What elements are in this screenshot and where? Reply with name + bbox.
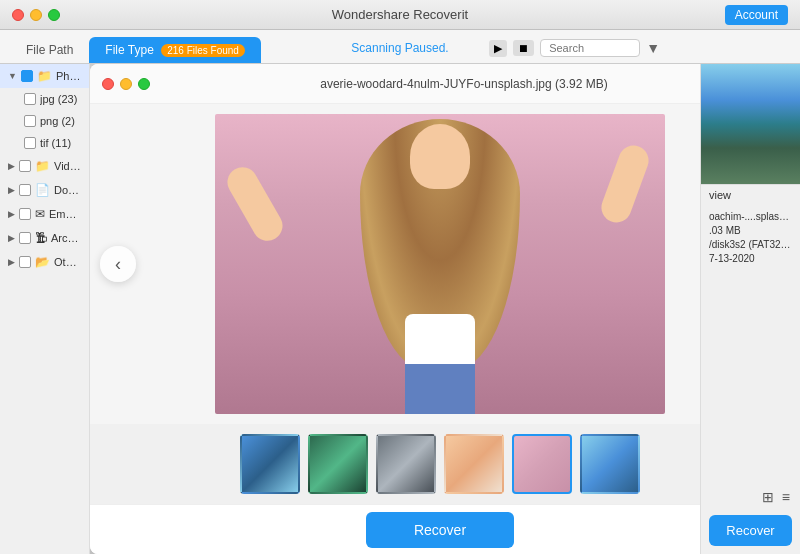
- grid-view-controls: ⊞ ≡: [701, 483, 800, 511]
- sidebar-item-jpg[interactable]: jpg (23): [0, 88, 89, 110]
- sidebar-item-png[interactable]: png (2): [0, 110, 89, 132]
- arrow-icon: ▼: [8, 71, 17, 81]
- account-button[interactable]: Account: [725, 5, 788, 25]
- preview-image-area: ‹ ›: [90, 104, 700, 424]
- tab-file-type[interactable]: File Type 216 Files Found: [89, 37, 261, 63]
- minimize-button[interactable]: [30, 9, 42, 21]
- right-filesize: .03 MB: [709, 225, 792, 236]
- jpg-checkbox[interactable]: [24, 93, 36, 105]
- png-checkbox[interactable]: [24, 115, 36, 127]
- doc-checkbox[interactable]: [19, 184, 31, 196]
- sidebar-item-document[interactable]: ▶ 📄 Docum: [0, 178, 89, 202]
- arrow-icon: ▶: [8, 257, 15, 267]
- thumbnail-1[interactable]: [240, 434, 300, 494]
- tif-checkbox[interactable]: [24, 137, 36, 149]
- tab-right-controls: ▶ ⏹ ▼: [489, 39, 660, 57]
- sidebar-item-label: Archive: [51, 232, 81, 244]
- arm-left-shape: [222, 162, 288, 246]
- photo-checkbox[interactable]: [21, 70, 33, 82]
- others-checkbox[interactable]: [19, 256, 31, 268]
- right-filedate: 7-13-2020: [709, 253, 792, 264]
- sidebar-item-label: Others: [54, 256, 81, 268]
- thumbnail-4[interactable]: [444, 434, 504, 494]
- video-checkbox[interactable]: [19, 160, 31, 172]
- search-input[interactable]: [540, 39, 640, 57]
- preview-footer: Recover: [90, 504, 700, 554]
- sidebar-item-photo[interactable]: ▼ 📁 Photo: [0, 64, 89, 88]
- folder-icon: 📁: [37, 69, 52, 83]
- sidebar-item-label: jpg (23): [40, 93, 77, 105]
- right-info: oachim-....splash.jpg .03 MB /disk3s2 (F…: [701, 205, 800, 273]
- preview-section-label: view: [701, 184, 800, 205]
- tabbar: File Path File Type 216 Files Found Scan…: [0, 30, 800, 64]
- sidebar-item-label: Video (: [54, 160, 81, 172]
- scan-count-badge: 216 Files Found: [161, 44, 245, 57]
- thumbnail-3[interactable]: [376, 434, 436, 494]
- sidebar-item-others[interactable]: ▶ 📂 Others: [0, 250, 89, 274]
- main-content: ▼ 📁 Photo jpg (23) png (2) tif (11) ▶ 📁 …: [0, 64, 800, 554]
- play-button[interactable]: ▶: [489, 40, 507, 57]
- preview-header: averie-woodard-4nulm-JUYFo-unsplash.jpg …: [90, 64, 700, 104]
- prev-image-button[interactable]: ‹: [100, 246, 136, 282]
- thumbnail-6[interactable]: [580, 434, 640, 494]
- arrow-icon: ▶: [8, 209, 15, 219]
- right-recover-button[interactable]: Recover: [709, 515, 792, 546]
- preview-max-button[interactable]: [138, 78, 150, 90]
- list-view-button[interactable]: ≡: [780, 487, 792, 507]
- archive-checkbox[interactable]: [19, 232, 31, 244]
- jeans-shape: [405, 364, 475, 414]
- arrow-icon: ▶: [8, 185, 15, 195]
- arrow-icon: ▶: [8, 233, 15, 243]
- folder-icon: 📁: [35, 159, 50, 173]
- sidebar-item-tif[interactable]: tif (11): [0, 132, 89, 154]
- content-area: averie-woodard-4nulm-JUYFo-unsplash.jpg …: [90, 64, 700, 554]
- sidebar-item-label: png (2): [40, 115, 75, 127]
- preview-modal: averie-woodard-4nulm-JUYFo-unsplash.jpg …: [90, 64, 700, 554]
- right-filepath: /disk3s2 (FAT32)/oachim-pressl-jqe...: [709, 239, 792, 250]
- arm-right-shape: [597, 141, 653, 226]
- sidebar: ▼ 📁 Photo jpg (23) png (2) tif (11) ▶ 📁 …: [0, 64, 90, 554]
- right-thumbnail: [701, 64, 800, 184]
- recover-button[interactable]: Recover: [366, 512, 514, 548]
- grid-view-button[interactable]: ⊞: [760, 487, 776, 507]
- preview-filename: averie-woodard-4nulm-JUYFo-unsplash.jpg …: [150, 77, 700, 91]
- preview-traffic-lights: [102, 78, 150, 90]
- sidebar-item-label: Email (: [49, 208, 81, 220]
- maximize-button[interactable]: [48, 9, 60, 21]
- traffic-lights: [12, 9, 60, 21]
- scan-status: Scanning Paused.: [351, 41, 448, 55]
- folder-icon: 🗜: [35, 231, 47, 245]
- preview-photo: [215, 114, 665, 414]
- folder-icon: 📂: [35, 255, 50, 269]
- thumbnail-strip: [90, 424, 700, 504]
- tab-file-path[interactable]: File Path: [10, 37, 89, 63]
- right-filename: oachim-....splash.jpg: [709, 211, 792, 222]
- stop-button[interactable]: ⏹: [513, 40, 534, 56]
- sidebar-item-email[interactable]: ▶ ✉ Email (: [0, 202, 89, 226]
- filter-icon[interactable]: ▼: [646, 40, 660, 56]
- thumbnail-5[interactable]: [512, 434, 572, 494]
- head-shape: [410, 124, 470, 189]
- email-checkbox[interactable]: [19, 208, 31, 220]
- titlebar: Wondershare Recoverit Account: [0, 0, 800, 30]
- thumbnail-2[interactable]: [308, 434, 368, 494]
- folder-icon: 📄: [35, 183, 50, 197]
- preview-close-button[interactable]: [102, 78, 114, 90]
- right-panel: view oachim-....splash.jpg .03 MB /disk3…: [700, 64, 800, 554]
- sidebar-item-video[interactable]: ▶ 📁 Video (: [0, 154, 89, 178]
- app-title: Wondershare Recoverit: [332, 7, 468, 22]
- folder-icon: ✉: [35, 207, 45, 221]
- sidebar-item-label: tif (11): [40, 137, 71, 149]
- sidebar-item-archive[interactable]: ▶ 🗜 Archive: [0, 226, 89, 250]
- sidebar-item-label: Docum: [54, 184, 81, 196]
- arrow-icon: ▶: [8, 161, 15, 171]
- close-button[interactable]: [12, 9, 24, 21]
- sidebar-item-label: Photo: [56, 70, 81, 82]
- preview-min-button[interactable]: [120, 78, 132, 90]
